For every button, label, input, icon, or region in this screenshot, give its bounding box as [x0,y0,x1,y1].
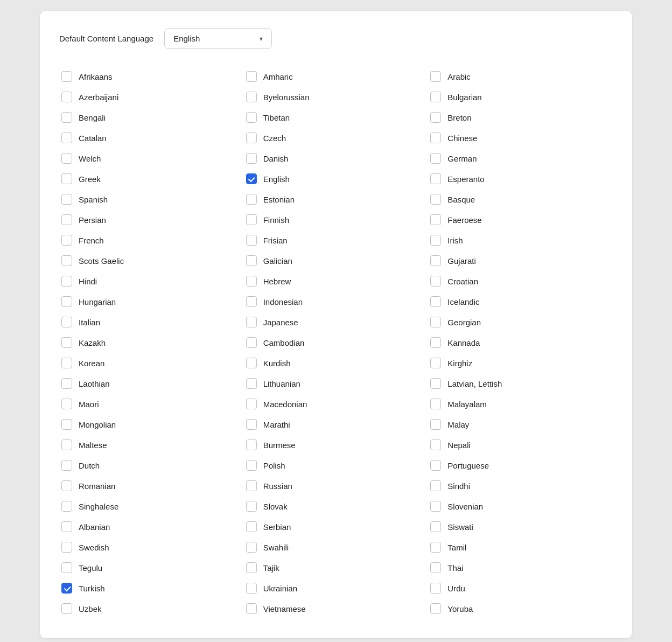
language-checkbox[interactable] [61,378,72,389]
lang-item[interactable]: Esperanto [428,169,613,189]
lang-item[interactable]: Singhalese [59,496,244,517]
lang-item[interactable]: Serbian [244,517,429,537]
lang-item[interactable]: Bulgarian [428,87,613,107]
lang-item[interactable]: Welch [59,148,244,169]
language-checkbox[interactable] [246,501,257,512]
language-checkbox[interactable] [61,235,72,246]
lang-item[interactable]: Hungarian [59,291,244,312]
lang-item[interactable]: Macedonian [244,394,429,414]
language-checkbox[interactable] [430,399,441,409]
language-checkbox[interactable] [61,583,72,594]
lang-item[interactable]: Latvian, Lettish [428,373,613,394]
lang-item[interactable]: Catalan [59,128,244,148]
language-checkbox[interactable] [246,419,257,430]
language-checkbox[interactable] [246,214,257,225]
lang-item[interactable]: Malayalam [428,394,613,414]
lang-item[interactable]: Swedish [59,537,244,557]
lang-item[interactable]: Russian [244,476,429,496]
language-checkbox[interactable] [430,542,441,553]
lang-item[interactable]: Irish [428,230,613,250]
lang-item[interactable]: English [244,169,429,189]
language-checkbox[interactable] [246,480,257,491]
lang-item[interactable]: Thai [428,557,613,578]
lang-item[interactable]: Maori [59,394,244,414]
lang-item[interactable]: Lithuanian [244,373,429,394]
lang-item[interactable]: German [428,148,613,169]
lang-item[interactable]: Galician [244,250,429,271]
lang-item[interactable]: Tibetan [244,107,429,128]
lang-item[interactable]: Kazakh [59,332,244,353]
lang-item[interactable]: Vietnamese [244,598,429,619]
language-checkbox[interactable] [246,132,257,143]
language-checkbox[interactable] [246,153,257,164]
language-checkbox[interactable] [246,439,257,450]
language-checkbox[interactable] [430,194,441,205]
lang-item[interactable]: Scots Gaelic [59,250,244,271]
language-checkbox[interactable] [246,173,257,184]
language-checkbox[interactable] [246,521,257,532]
lang-item[interactable]: Kurdish [244,353,429,373]
language-checkbox[interactable] [430,112,441,123]
language-checkbox[interactable] [61,317,72,327]
lang-item[interactable]: Estonian [244,189,429,210]
language-checkbox[interactable] [246,460,257,471]
lang-item[interactable]: Korean [59,353,244,373]
language-checkbox[interactable] [430,337,441,348]
lang-item[interactable]: Slovenian [428,496,613,517]
language-checkbox[interactable] [430,583,441,594]
lang-item[interactable]: Tegulu [59,557,244,578]
language-checkbox[interactable] [61,276,72,287]
language-checkbox[interactable] [430,460,441,471]
language-checkbox[interactable] [61,214,72,225]
lang-item[interactable]: Urdu [428,578,613,598]
language-checkbox[interactable] [430,480,441,491]
lang-item[interactable]: Cambodian [244,332,429,353]
language-checkbox[interactable] [61,255,72,266]
lang-item[interactable]: Gujarati [428,250,613,271]
lang-item[interactable]: Yoruba [428,598,613,619]
lang-item[interactable]: Bengali [59,107,244,128]
lang-item[interactable]: Marathi [244,414,429,435]
lang-item[interactable]: Greek [59,169,244,189]
lang-item[interactable]: Georgian [428,312,613,332]
lang-item[interactable]: Sindhi [428,476,613,496]
language-checkbox[interactable] [61,71,72,82]
language-checkbox[interactable] [246,317,257,327]
language-checkbox[interactable] [430,235,441,246]
language-checkbox[interactable] [61,296,72,307]
lang-item[interactable]: French [59,230,244,250]
language-checkbox[interactable] [61,439,72,450]
language-checkbox[interactable] [246,194,257,205]
language-checkbox[interactable] [61,132,72,143]
lang-item[interactable]: Uzbek [59,598,244,619]
lang-item[interactable]: Swahili [244,537,429,557]
language-checkbox[interactable] [430,92,441,102]
lang-item[interactable]: Burmese [244,435,429,455]
lang-item[interactable]: Finnish [244,210,429,230]
lang-item[interactable]: Siswati [428,517,613,537]
language-checkbox[interactable] [61,562,72,573]
language-checkbox[interactable] [61,419,72,430]
language-checkbox[interactable] [61,92,72,102]
language-checkbox[interactable] [246,358,257,368]
language-checkbox[interactable] [61,153,72,164]
lang-item[interactable]: Nepali [428,435,613,455]
language-checkbox[interactable] [430,71,441,82]
lang-item[interactable]: Indonesian [244,291,429,312]
language-checkbox[interactable] [61,399,72,409]
lang-item[interactable]: Kirghiz [428,353,613,373]
lang-item[interactable]: Kannada [428,332,613,353]
lang-item[interactable]: Arabic [428,66,613,87]
language-checkbox[interactable] [430,214,441,225]
language-checkbox[interactable] [246,276,257,287]
lang-item[interactable]: Japanese [244,312,429,332]
language-checkbox[interactable] [430,173,441,184]
language-checkbox[interactable] [61,521,72,532]
language-checkbox[interactable] [246,296,257,307]
language-checkbox[interactable] [430,419,441,430]
language-checkbox[interactable] [61,173,72,184]
language-checkbox[interactable] [61,542,72,553]
lang-item[interactable]: Hindi [59,271,244,291]
lang-item[interactable]: Faeroese [428,210,613,230]
lang-item[interactable]: Italian [59,312,244,332]
